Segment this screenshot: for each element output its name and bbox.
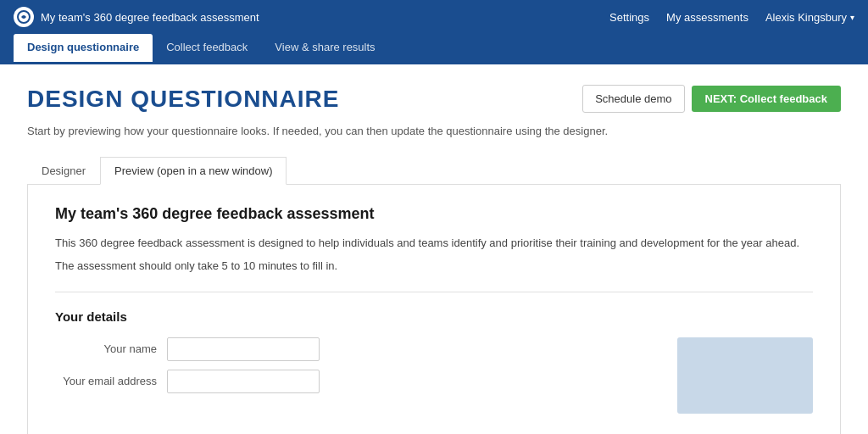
user-menu[interactable]: Alexis Kingsbury ▾ — [765, 11, 854, 24]
your-details-heading: Your details — [55, 309, 813, 324]
your-name-label: Your name — [55, 342, 157, 355]
top-bar: My team's 360 degree feedback assessment… — [0, 0, 868, 34]
preview-description-2: The assessment should only take 5 to 10 … — [55, 258, 813, 275]
inner-tab-designer[interactable]: Designer — [27, 157, 100, 185]
inner-tabs: Designer Preview (open in a new window) — [27, 157, 841, 185]
schedule-demo-button[interactable]: Schedule demo — [582, 85, 684, 113]
form-row-email: Your email address — [55, 370, 677, 393]
tab-design-questionnaire[interactable]: Design questionnaire — [14, 34, 153, 62]
page-description: Start by previewing how your questionnai… — [27, 123, 841, 140]
brand-icon — [14, 7, 34, 27]
inner-tab-preview[interactable]: Preview (open in a new window) — [100, 157, 287, 185]
brand: My team's 360 degree feedback assessment — [14, 7, 609, 27]
form-row-name: Your name — [55, 337, 677, 361]
your-email-label: Your email address — [55, 375, 157, 387]
brand-title: My team's 360 degree feedback assessment — [41, 11, 259, 24]
preview-description-1: This 360 degree feedback assessment is d… — [55, 235, 813, 252]
section-divider — [55, 292, 813, 292]
preview-questionnaire-title: My team's 360 degree feedback assessment — [55, 205, 813, 223]
tab-view-share-results[interactable]: View & share results — [261, 34, 388, 62]
form-area: Your name Your email address — [55, 337, 813, 414]
preview-box: My team's 360 degree feedback assessment… — [27, 185, 841, 435]
chevron-down-icon: ▾ — [850, 13, 854, 22]
tab-collect-feedback[interactable]: Collect feedback — [153, 34, 261, 62]
your-name-input[interactable] — [167, 337, 320, 361]
top-bar-links: Settings My assessments Alexis Kingsbury… — [609, 11, 854, 24]
page-title: DESIGN QUESTIONNAIRE — [27, 86, 339, 113]
my-assessments-link[interactable]: My assessments — [666, 11, 748, 24]
main-content: DESIGN QUESTIONNAIRE Schedule demo NEXT:… — [0, 64, 868, 434]
form-fields: Your name Your email address — [55, 337, 677, 414]
user-name: Alexis Kingsbury — [765, 11, 847, 24]
form-placeholder-image — [677, 337, 813, 414]
settings-link[interactable]: Settings — [609, 11, 649, 24]
tab-bar: Design questionnaire Collect feedback Vi… — [0, 34, 868, 64]
header-buttons: Schedule demo NEXT: Collect feedback — [582, 85, 841, 113]
page-header: DESIGN QUESTIONNAIRE Schedule demo NEXT:… — [27, 85, 841, 113]
next-collect-feedback-button[interactable]: NEXT: Collect feedback — [692, 86, 842, 112]
your-email-input[interactable] — [167, 370, 320, 393]
